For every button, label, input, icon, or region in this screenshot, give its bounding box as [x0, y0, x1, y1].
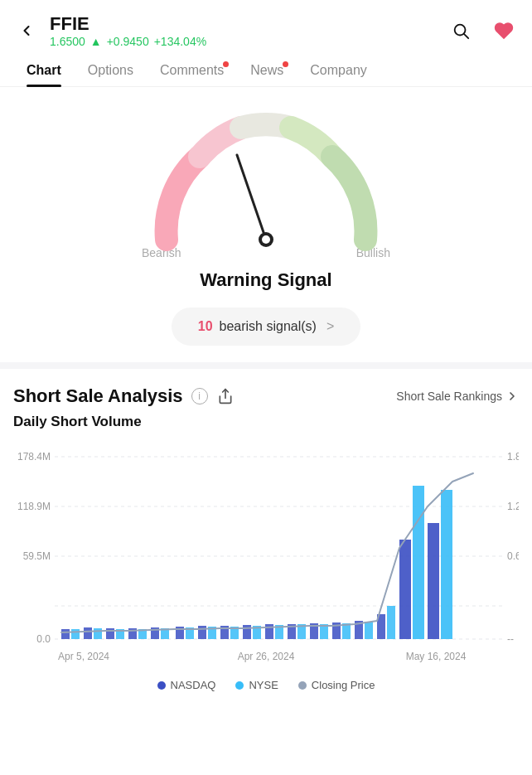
svg-text:118.9M: 118.9M [17, 501, 51, 512]
header-icons [446, 16, 519, 46]
svg-rect-19 [61, 629, 70, 639]
section-title: Short Sale Analysis [13, 385, 183, 407]
svg-text:0.0: 0.0 [36, 633, 51, 645]
rankings-link[interactable]: Short Sale Rankings [396, 390, 519, 403]
favorite-button[interactable] [489, 16, 519, 46]
tab-chart[interactable]: Chart [13, 55, 75, 86]
svg-text:Apr 26, 2024: Apr 26, 2024 [238, 651, 295, 662]
tab-options[interactable]: Options [75, 55, 147, 86]
svg-rect-52 [441, 490, 452, 639]
back-button[interactable] [13, 17, 40, 44]
news-dot [283, 61, 288, 67]
nasdaq-dot [157, 681, 166, 690]
section-header: Short Sale Analysis i Short Sale Ranking… [13, 385, 519, 407]
svg-rect-31 [198, 626, 206, 639]
warning-title: Warning Signal [200, 269, 331, 291]
svg-rect-46 [365, 622, 373, 639]
section-divider [0, 362, 532, 369]
chart-area: 178.4M 118.9M 59.5M 0.0 1.8 1.2 0.6 -- [13, 440, 519, 672]
svg-rect-51 [428, 523, 439, 639]
price-value: 1.6500 [50, 35, 85, 48]
price-change: +0.9450 [107, 35, 149, 48]
legend-closing-price: Closing Price [298, 679, 375, 691]
svg-text:May 16, 2024: May 16, 2024 [406, 651, 467, 662]
comments-dot [223, 61, 229, 67]
info-icon[interactable]: i [191, 388, 208, 404]
stock-price: 1.6500 ▲ +0.9450 +134.04% [50, 35, 206, 48]
nasdaq-label: NASDAQ [171, 679, 216, 691]
svg-text:59.5M: 59.5M [23, 550, 51, 562]
closing-price-dot [298, 681, 307, 690]
svg-rect-48 [387, 606, 395, 639]
header-left: FFIE 1.6500 ▲ +0.9450 +134.04% [13, 13, 206, 48]
svg-text:Apr 5, 2024: Apr 5, 2024 [58, 651, 109, 662]
nyse-dot [235, 681, 244, 690]
gauge-chart [133, 107, 399, 256]
tab-news[interactable]: News [237, 55, 297, 86]
signal-text: bearish signal(s) [220, 319, 317, 334]
svg-rect-35 [243, 625, 251, 639]
legend-nyse: NYSE [235, 679, 278, 691]
nyse-label: NYSE [249, 679, 278, 691]
svg-line-1 [464, 34, 468, 38]
svg-text:178.4M: 178.4M [17, 451, 51, 463]
signal-count: 10 [198, 319, 213, 334]
search-button[interactable] [446, 16, 476, 46]
chart-subtitle: Daily Short Volume [13, 414, 519, 430]
svg-rect-23 [106, 628, 114, 639]
chart-legend: NASDAQ NYSE Closing Price [13, 679, 519, 691]
svg-rect-49 [399, 540, 411, 639]
short-sale-section: Short Sale Analysis i Short Sale Ranking… [0, 369, 532, 705]
share-icon[interactable] [216, 387, 235, 405]
tab-bar: Chart Options Comments News Company [0, 55, 532, 87]
svg-rect-20 [71, 629, 80, 639]
svg-rect-22 [94, 628, 102, 639]
svg-text:0.6: 0.6 [507, 550, 519, 562]
svg-text:1.8: 1.8 [507, 451, 519, 463]
signal-button[interactable]: 10 bearish signal(s) > [172, 308, 361, 346]
price-pct: +134.04% [154, 35, 206, 48]
header: FFIE 1.6500 ▲ +0.9450 +134.04% [0, 0, 532, 55]
svg-rect-50 [413, 486, 424, 639]
gauge-section: Bearish Bullish Warning Signal 10 bearis… [0, 87, 532, 362]
stock-ticker: FFIE [50, 13, 206, 35]
closing-price-label: Closing Price [312, 679, 375, 691]
svg-rect-21 [84, 627, 92, 639]
tab-company[interactable]: Company [297, 55, 380, 86]
tab-comments[interactable]: Comments [147, 55, 237, 86]
signal-chevron-icon: > [326, 319, 334, 334]
svg-text:1.2: 1.2 [507, 501, 519, 512]
svg-point-4 [262, 235, 270, 244]
section-title-row: Short Sale Analysis i [13, 385, 235, 407]
svg-text:--: -- [507, 633, 514, 645]
stock-info: FFIE 1.6500 ▲ +0.9450 +134.04% [50, 13, 206, 48]
legend-nasdaq: NASDAQ [157, 679, 216, 691]
svg-line-2 [237, 155, 266, 240]
price-arrow: ▲ [90, 35, 102, 48]
short-sale-chart: 178.4M 118.9M 59.5M 0.0 1.8 1.2 0.6 -- [13, 440, 519, 672]
rankings-label: Short Sale Rankings [396, 390, 502, 403]
